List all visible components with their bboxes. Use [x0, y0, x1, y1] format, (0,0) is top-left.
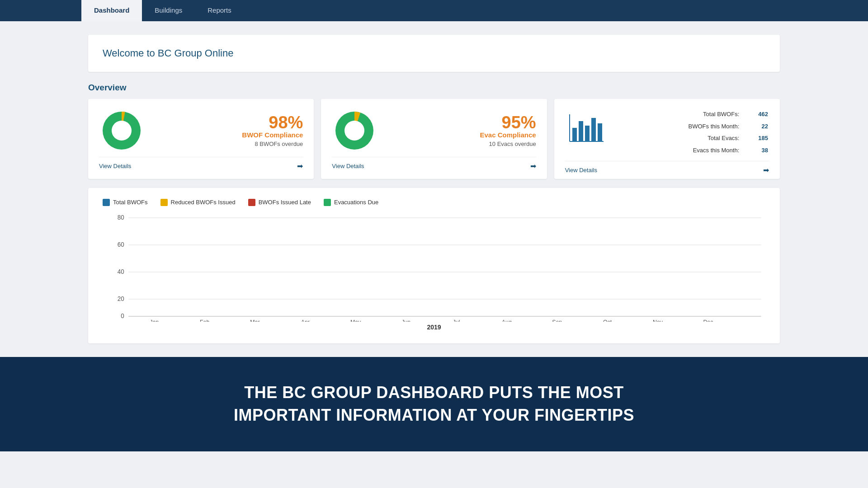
svg-point-1	[112, 121, 132, 141]
bar-chart-icon	[565, 110, 606, 146]
footer-banner: THE BC GROUP DASHBOARD PUTS THE MOST IMP…	[0, 357, 868, 451]
legend-item: Evacuations Due	[324, 199, 378, 206]
legend-color-dot	[160, 199, 168, 206]
overview-cards: 98% BWOF Compliance 8 BWOFs overdue View…	[88, 99, 780, 179]
svg-rect-7	[579, 121, 583, 141]
svg-text:Feb: Feb	[200, 319, 209, 321]
svg-text:80: 80	[118, 214, 124, 221]
stats-table-row: BWOFs this Month:22	[616, 121, 768, 132]
bwof-compliance-card: 98% BWOF Compliance 8 BWOFs overdue View…	[88, 99, 314, 179]
svg-rect-10	[598, 123, 602, 141]
stats-table: Total BWOFs:462BWOFs this Month:22Total …	[615, 108, 769, 157]
svg-rect-8	[585, 126, 590, 141]
nav-bar: Dashboard Buildings Reports	[0, 0, 868, 21]
evac-compliance-card: 95% Evac Compliance 10 Evacs overdue Vie…	[321, 99, 547, 179]
stats-view-details[interactable]: View Details ➡	[565, 161, 769, 179]
bwof-sub: 8 BWOFs overdue	[155, 141, 303, 147]
footer-line1: THE BC GROUP DASHBOARD PUTS THE MOST	[9, 381, 859, 404]
welcome-card: Welcome to BC Group Online	[88, 35, 780, 72]
svg-text:Apr: Apr	[301, 319, 310, 321]
chart-area: 80 60 40 20 0 Jan Feb Mar Apr May Jun	[103, 213, 765, 322]
footer-line2: IMPORTANT INFORMATION AT YOUR FINGERTIPS	[9, 404, 859, 427]
stats-card: Total BWOFs:462BWOFs this Month:22Total …	[554, 99, 780, 179]
svg-text:Jan: Jan	[150, 319, 159, 321]
bwof-pie-chart	[99, 108, 144, 153]
main-content: Welcome to BC Group Online Overview	[0, 21, 868, 357]
chart-year: 2019	[103, 324, 765, 331]
legend-color-dot	[324, 199, 331, 206]
nav-tab-reports[interactable]: Reports	[195, 0, 244, 21]
svg-text:40: 40	[118, 268, 124, 275]
svg-text:Aug: Aug	[502, 319, 512, 321]
legend-label: Evacuations Due	[334, 199, 378, 206]
chart-legend: Total BWOFsReduced BWOFs IssuedBWOFs Iss…	[103, 199, 765, 206]
svg-text:Sep: Sep	[552, 319, 562, 321]
bwof-arrow-icon: ➡	[297, 162, 303, 170]
bwof-view-details[interactable]: View Details ➡	[99, 157, 303, 175]
svg-text:0: 0	[121, 312, 124, 319]
nav-tab-dashboard[interactable]: Dashboard	[81, 0, 142, 21]
legend-item: BWOFs Issued Late	[248, 199, 311, 206]
svg-text:May: May	[350, 319, 361, 321]
svg-text:Jul: Jul	[453, 319, 460, 321]
svg-point-3	[344, 121, 364, 141]
nav-tab-buildings[interactable]: Buildings	[142, 0, 195, 21]
svg-text:Jun: Jun	[401, 319, 410, 321]
evac-label: Evac Compliance	[388, 131, 536, 139]
evac-percentage: 95%	[388, 114, 536, 131]
svg-text:20: 20	[118, 295, 124, 302]
legend-color-dot	[103, 199, 110, 206]
evac-sub: 10 Evacs overdue	[388, 141, 536, 147]
stats-table-row: Total BWOFs:462	[616, 109, 768, 120]
svg-rect-9	[591, 118, 596, 141]
stats-arrow-icon: ➡	[763, 166, 769, 174]
evac-arrow-icon: ➡	[530, 162, 536, 170]
svg-text:Mar: Mar	[250, 319, 260, 321]
stats-table-row: Total Evacs:185	[616, 133, 768, 144]
section-overview-title: Overview	[88, 83, 780, 93]
legend-color-dot	[248, 199, 255, 206]
legend-label: Reduced BWOFs Issued	[171, 199, 236, 206]
svg-text:Nov: Nov	[653, 319, 663, 321]
svg-text:Oct: Oct	[603, 319, 612, 321]
chart-card: Total BWOFsReduced BWOFs IssuedBWOFs Iss…	[88, 188, 780, 343]
legend-label: Total BWOFs	[113, 199, 148, 206]
evac-view-details[interactable]: View Details ➡	[332, 157, 536, 175]
legend-item: Total BWOFs	[103, 199, 148, 206]
svg-text:Dec: Dec	[703, 319, 713, 321]
svg-text:60: 60	[118, 241, 124, 248]
welcome-title: Welcome to BC Group Online	[103, 47, 765, 59]
legend-label: BWOFs Issued Late	[259, 199, 311, 206]
svg-rect-6	[572, 128, 577, 141]
evac-pie-chart	[332, 108, 377, 153]
bwof-label: BWOF Compliance	[155, 131, 303, 139]
legend-item: Reduced BWOFs Issued	[160, 199, 236, 206]
chart-svg: 80 60 40 20 0 Jan Feb Mar Apr May Jun	[103, 213, 765, 322]
bwof-percentage: 98%	[155, 114, 303, 131]
stats-table-row: Evacs this Month:38	[616, 145, 768, 156]
